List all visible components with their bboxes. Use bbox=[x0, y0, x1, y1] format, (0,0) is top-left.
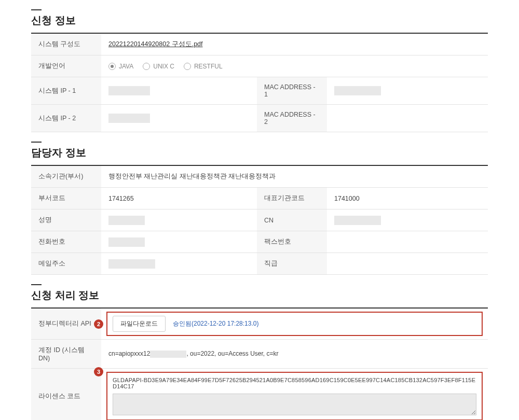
label-dept-code: 부서코드 bbox=[31, 188, 101, 209]
badge-2: 2 bbox=[94, 319, 103, 329]
section-title-manager: 담당자 정보 bbox=[31, 146, 488, 166]
label-system-ip2: 시스템 IP - 2 bbox=[31, 105, 101, 132]
system-diagram-link[interactable]: 20221220144920802 구성도.pdf bbox=[108, 40, 203, 48]
table-row: 시스템 구성도 20221220144920802 구성도.pdf bbox=[31, 34, 488, 55]
cell-rep-org-code: 1741000 bbox=[327, 188, 488, 209]
manager-info-table: 소속기관(부서) 행정안전부 재난관리실 재난대응정책관 재난대응정책과 부서코… bbox=[31, 166, 488, 275]
processing-info-table: 정부디렉터리 API 2 파일다운로드 승인됨(2022-12-20 17:28… bbox=[31, 309, 488, 420]
account-prefix: cn=apiopxxx12 bbox=[108, 350, 150, 357]
label-cn: CN bbox=[257, 209, 327, 231]
cell-email bbox=[101, 253, 257, 275]
table-row: 성명 CN bbox=[31, 209, 488, 231]
file-download-button[interactable]: 파일다운로드 bbox=[113, 316, 166, 332]
masked-value bbox=[108, 86, 150, 95]
label-rep-org-code: 대표기관코드 bbox=[257, 188, 327, 209]
label-system-diagram: 시스템 구성도 bbox=[31, 34, 101, 55]
section-marker bbox=[31, 9, 42, 10]
masked-value bbox=[334, 216, 381, 225]
label-mac1: MAC ADDRESS - 1 bbox=[257, 77, 327, 105]
radio-label: RESTFUL bbox=[194, 63, 223, 70]
label-api: 정부디렉터리 API bbox=[31, 309, 101, 340]
table-row: 정부디렉터리 API 2 파일다운로드 승인됨(2022-12-20 17:28… bbox=[31, 309, 488, 340]
cell-system-ip2 bbox=[101, 105, 257, 132]
section-marker bbox=[31, 284, 42, 285]
cell-wrap: 3 GLDAPAPI-BD3E9A79E34EA84F99E7D5F72625B… bbox=[106, 372, 483, 420]
masked-value bbox=[108, 259, 155, 269]
cell-system-diagram: 20221220144920802 구성도.pdf bbox=[101, 34, 488, 55]
cell-fax bbox=[327, 231, 488, 253]
cell-account: cn=apiopxxx12, ou=2022, ou=Access User, … bbox=[101, 340, 488, 369]
section-marker bbox=[31, 142, 42, 143]
cell-system-ip1 bbox=[101, 77, 257, 105]
section-title-application: 신청 정보 bbox=[31, 13, 488, 34]
badge-3: 3 bbox=[94, 367, 103, 376]
radio-icon bbox=[184, 63, 191, 70]
label-system-ip1: 시스템 IP - 1 bbox=[31, 77, 101, 105]
table-row: 시스템 IP - 2 MAC ADDRESS - 2 bbox=[31, 105, 488, 132]
cell-license: 3 GLDAPAPI-BD3E9A79E34EA84F99E7D5F72625B… bbox=[101, 369, 488, 421]
table-row: 계정 ID (시스템 DN) cn=apiopxxx12, ou=2022, o… bbox=[31, 340, 488, 369]
cell-cn bbox=[327, 209, 488, 231]
table-row: 부서코드 1741265 대표기관코드 1741000 bbox=[31, 188, 488, 209]
label-org: 소속기관(부서) bbox=[31, 166, 101, 188]
cell-name bbox=[101, 209, 257, 231]
license-code-textarea[interactable] bbox=[113, 394, 476, 415]
application-info-table: 시스템 구성도 20221220144920802 구성도.pdf 개발언어 J… bbox=[31, 34, 488, 132]
section-title-processing: 신청 처리 정보 bbox=[31, 288, 488, 309]
highlight-box-license: GLDAPAPI-BD3E9A79E34EA84F99E7D5F72625B29… bbox=[106, 372, 483, 420]
cell-position bbox=[327, 253, 488, 275]
cell-dev-lang: JAVA UNIX C RESTFUL bbox=[101, 55, 488, 77]
account-suffix: , ou=2022, ou=Access User, c=kr bbox=[186, 350, 278, 357]
label-license: 라이센스 코드 bbox=[31, 369, 101, 421]
masked-value bbox=[108, 216, 145, 225]
table-row: 소속기관(부서) 행정안전부 재난관리실 재난대응정책관 재난대응정책과 bbox=[31, 166, 488, 188]
masked-value bbox=[334, 86, 381, 95]
table-row: 라이센스 코드 3 GLDAPAPI-BD3E9A79E34EA84F99E7D… bbox=[31, 369, 488, 421]
masked-value bbox=[150, 351, 186, 358]
cell-mac1 bbox=[327, 77, 488, 105]
label-account: 계정 ID (시스템 DN) bbox=[31, 340, 101, 369]
highlight-box-api: 파일다운로드 승인됨(2022-12-20 17:28:13.0) bbox=[106, 312, 483, 336]
masked-value bbox=[108, 114, 150, 123]
cell-api: 2 파일다운로드 승인됨(2022-12-20 17:28:13.0) bbox=[101, 309, 488, 340]
license-code-text: GLDAPAPI-BD3E9A79E34EA84F99E7D5F72625B29… bbox=[113, 377, 476, 389]
dev-lang-radio-group: JAVA UNIX C RESTFUL bbox=[108, 63, 481, 70]
radio-restful[interactable]: RESTFUL bbox=[184, 63, 223, 70]
radio-icon bbox=[143, 63, 150, 70]
radio-unixc[interactable]: UNIX C bbox=[143, 63, 174, 70]
cell-org: 행정안전부 재난관리실 재난대응정책관 재난대응정책과 bbox=[101, 166, 488, 188]
label-mac2: MAC ADDRESS - 2 bbox=[257, 105, 327, 132]
table-row: 시스템 IP - 1 MAC ADDRESS - 1 bbox=[31, 77, 488, 105]
radio-label: UNIX C bbox=[153, 63, 174, 70]
cell-wrap: 2 파일다운로드 승인됨(2022-12-20 17:28:13.0) bbox=[106, 312, 483, 336]
cell-dept-code: 1741265 bbox=[101, 188, 257, 209]
masked-value bbox=[108, 237, 145, 247]
label-fax: 팩스번호 bbox=[257, 231, 327, 253]
radio-label: JAVA bbox=[119, 63, 133, 70]
table-row: 개발언어 JAVA UNIX C RESTFUL bbox=[31, 55, 488, 77]
label-email: 메일주소 bbox=[31, 253, 101, 275]
label-phone: 전화번호 bbox=[31, 231, 101, 253]
table-row: 전화번호 팩스번호 bbox=[31, 231, 488, 253]
label-position: 직급 bbox=[257, 253, 327, 275]
radio-java[interactable]: JAVA bbox=[108, 63, 133, 70]
api-status-text: 승인됨(2022-12-20 17:28:13.0) bbox=[173, 319, 258, 328]
cell-mac2 bbox=[327, 105, 488, 132]
cell-phone bbox=[101, 231, 257, 253]
radio-icon bbox=[108, 63, 116, 70]
label-name: 성명 bbox=[31, 209, 101, 231]
label-dev-lang: 개발언어 bbox=[31, 55, 101, 77]
table-row: 메일주소 직급 bbox=[31, 253, 488, 275]
